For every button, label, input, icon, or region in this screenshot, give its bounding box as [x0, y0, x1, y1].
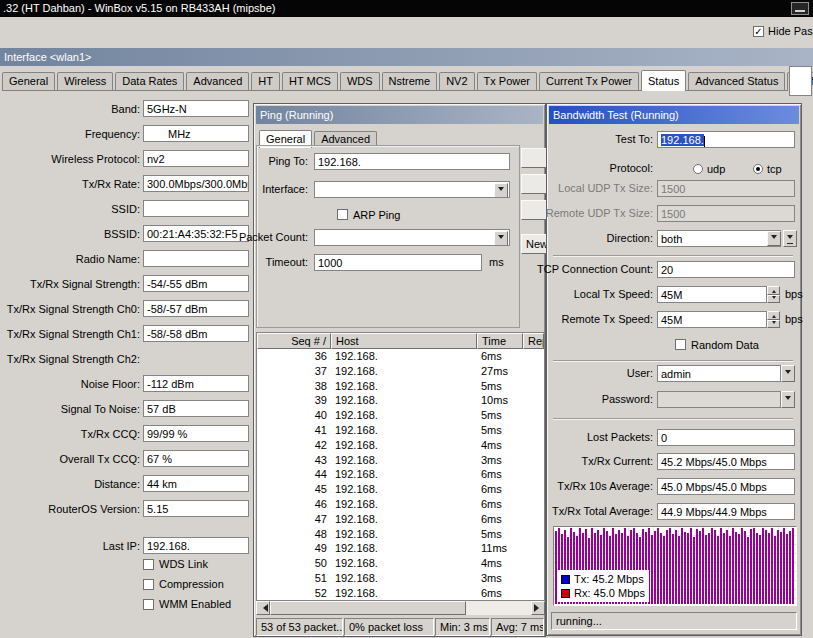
password-input[interactable] [657, 391, 781, 408]
table-row[interactable]: 46192.168.6ms [257, 497, 544, 512]
random-data-checkbox[interactable] [675, 339, 686, 350]
test-to-input[interactable]: 192.168. [657, 131, 795, 148]
app-titlebar[interactable]: .32 (HT Dahban) - WinBox v5.15 on RB433A… [0, 0, 813, 17]
radio-tcp[interactable] [753, 164, 763, 174]
table-row[interactable]: 36192.168.6ms [257, 349, 544, 364]
chevron-down-icon[interactable] [781, 391, 795, 408]
tab-data-rates[interactable]: Data Rates [115, 72, 184, 90]
table-row[interactable]: 42192.168.4ms [257, 438, 544, 453]
spin-up-icon[interactable] [767, 311, 780, 320]
chevron-down-icon[interactable] [767, 231, 781, 246]
chevron-down-icon[interactable] [494, 183, 508, 198]
remote-tx-speed-stepper[interactable] [767, 311, 780, 328]
checkbox-row[interactable]: Compression [143, 574, 231, 594]
tab-general[interactable]: General [2, 72, 55, 90]
table-row[interactable]: 37192.168.27ms [257, 364, 544, 379]
bandwidth-window-titlebar[interactable]: Bandwidth Test (Running) [549, 106, 799, 124]
tab-wds[interactable]: WDS [340, 72, 380, 90]
tab-advanced[interactable]: Advanced [186, 72, 249, 90]
column-host[interactable]: Host [331, 333, 477, 349]
chart-bar [753, 528, 755, 604]
close-button[interactable] [521, 200, 547, 220]
tab-ht[interactable]: HT [251, 72, 280, 90]
checkbox[interactable] [143, 559, 154, 570]
checkbox[interactable] [143, 599, 154, 610]
tab-nstreme[interactable]: Nstreme [382, 72, 438, 90]
table-row[interactable]: 49192.168.11ms [257, 541, 544, 556]
table-row[interactable]: 51192.168.3ms [257, 571, 544, 586]
cell-seq: 42 [257, 438, 331, 453]
ping-window-titlebar[interactable]: Ping (Running) [256, 106, 543, 124]
column-seq[interactable]: Seq # / [257, 333, 331, 349]
scrollbar-thumb[interactable] [270, 601, 466, 615]
scrollbar-track[interactable] [466, 601, 531, 615]
packet-count-combo[interactable] [314, 229, 510, 246]
tab-ht-mcs[interactable]: HT MCS [282, 72, 338, 90]
ping-to-input[interactable]: 192.168. [314, 153, 510, 170]
direction-extra-icon[interactable] [783, 230, 797, 247]
random-data-option[interactable]: Random Data [675, 339, 759, 351]
table-row[interactable]: 45192.168.6ms [257, 482, 544, 497]
timeout-input[interactable]: 1000 [314, 254, 482, 271]
tcp-connection-count-input[interactable]: 20 [657, 261, 795, 278]
direction-combo[interactable]: both [657, 230, 781, 247]
scroll-right-icon[interactable] [531, 601, 545, 615]
horizontal-scrollbar[interactable] [256, 601, 545, 615]
table-row[interactable]: 43192.168.3ms [257, 453, 544, 468]
chart-bar [792, 528, 794, 604]
interface-tabs: GeneralWirelessData RatesAdvancedHTHT MC… [2, 67, 788, 91]
spin-up-icon[interactable] [767, 286, 780, 295]
protocol-udp-option[interactable]: udp [693, 163, 725, 175]
spin-down-icon[interactable] [767, 320, 780, 329]
table-row[interactable]: 47192.168.6ms [257, 512, 544, 527]
checkbox-row[interactable]: WDS Link [143, 554, 231, 574]
hide-passwords-checkbox[interactable]: ✓ [753, 26, 764, 37]
table-row[interactable]: 38192.168.5ms [257, 379, 544, 394]
window-control-icon[interactable] [791, 2, 809, 15]
local-tx-speed-input[interactable]: 45M [657, 286, 767, 303]
tab-current-tx-power[interactable]: Current Tx Power [539, 72, 639, 90]
table-row[interactable]: 44192.168.6ms [257, 467, 544, 482]
remote-tx-speed-input[interactable]: 45M [657, 311, 767, 328]
table-row[interactable]: 50192.168.4ms [257, 556, 544, 571]
chevron-down-icon[interactable] [781, 365, 795, 382]
column-time[interactable]: Time [477, 333, 523, 349]
cell-time: 5ms [477, 527, 523, 542]
radio-udp[interactable] [693, 164, 703, 174]
column-reply[interactable]: Rep [523, 333, 544, 349]
table-row[interactable]: 39192.168.10ms [257, 393, 544, 408]
start-button[interactable] [521, 148, 547, 168]
local-tx-speed-stepper[interactable] [767, 286, 780, 303]
table-row[interactable]: 48192.168.5ms [257, 527, 544, 542]
hide-passwords-label: Hide Pas [768, 25, 813, 37]
table-row[interactable]: 41192.168.5ms [257, 423, 544, 438]
stop-button[interactable] [521, 174, 547, 194]
chevron-down-icon[interactable] [494, 231, 508, 246]
chart-bar [741, 528, 743, 604]
table-row[interactable]: 52192.168.6ms [257, 586, 544, 600]
scroll-left-icon[interactable] [256, 601, 270, 615]
interface-combo[interactable] [314, 181, 510, 198]
tab-tx-power[interactable]: Tx Power [477, 72, 537, 90]
hide-passwords-option[interactable]: ✓ Hide Pas [753, 24, 813, 38]
table-row[interactable]: 40192.168.5ms [257, 408, 544, 423]
status-field-row: Tx/Rx Signal Strength Ch2: [0, 346, 253, 371]
protocol-tcp-option[interactable]: tcp [753, 163, 782, 175]
password-label: Password: [602, 393, 653, 405]
field-value: nv2 [143, 150, 249, 167]
tab-nv2[interactable]: NV2 [439, 72, 474, 90]
cell-seq: 40 [257, 408, 331, 423]
arp-ping-checkbox[interactable] [337, 209, 348, 220]
new-window-button[interactable]: New [521, 234, 547, 254]
checkbox-row[interactable]: WMM Enabled [143, 594, 231, 614]
field-label: SSID: [0, 203, 140, 215]
status-field-row: Noise Floor:-112 dBm [0, 371, 253, 396]
tab-wireless[interactable]: Wireless [57, 72, 113, 90]
checkbox[interactable] [143, 579, 154, 590]
tab-status[interactable]: Status [641, 70, 686, 91]
tab-advanced-status[interactable]: Advanced Status [688, 72, 785, 90]
spin-down-icon[interactable] [767, 295, 780, 304]
interface-window-titlebar[interactable]: Interface <wlan1> [0, 48, 813, 66]
user-input[interactable]: admin [657, 365, 781, 382]
timeout-label: Timeout: [266, 256, 308, 268]
